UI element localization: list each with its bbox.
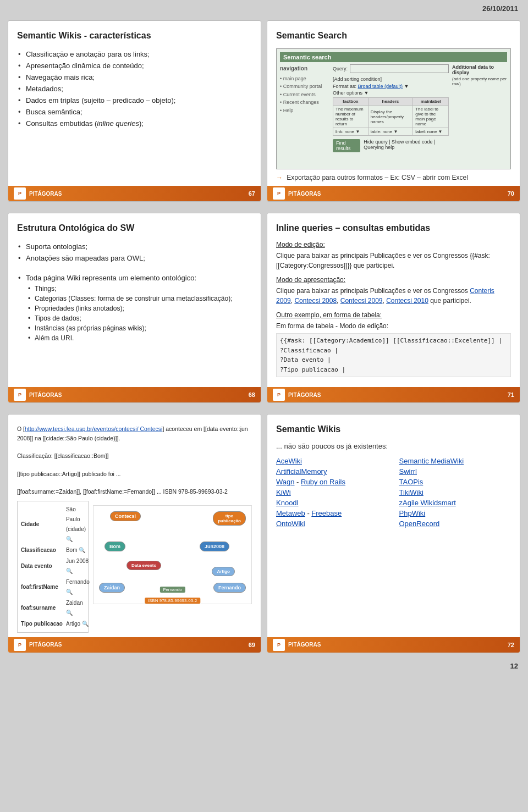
footer-logo: P: [14, 187, 26, 200]
contecsi-line3: [[tipo publicacao::Artigo]] publicado fo…: [17, 469, 252, 478]
bottom-page-number: 12: [0, 659, 528, 673]
ss-additional: Additional data to display (add one prop…: [452, 64, 507, 165]
ss-body: navigation • main page • Community porta…: [280, 64, 507, 165]
slide5-footer: P PITÁGORAS 69: [8, 637, 261, 653]
graph-diagram: Contecsi tipopublicação Bom Jun2008 Data…: [93, 505, 252, 604]
wiki-artificialmemory[interactable]: ArtificialMemory: [276, 466, 388, 477]
code-block: {{#ask: [[Category:Academico]] [[Classif…: [276, 333, 511, 377]
page-header: 26/10/2011: [0, 0, 528, 15]
wiki-acewiki[interactable]: AceWiki: [276, 456, 388, 466]
link-contecsi2010[interactable]: Contecsi 2010: [386, 297, 428, 305]
contecsi-line4: [[foaf:surname:=Zaidan]], [[foaf:firstNa…: [17, 487, 252, 496]
slide1-number: 67: [249, 190, 255, 197]
footer-logo: P: [273, 389, 285, 401]
section1-text: Clique para baixar as principais Publica…: [276, 251, 511, 270]
wiki-zagile[interactable]: zAgile Wikidsmart: [399, 498, 512, 508]
sub-bullet-propriedades: Propriedades (links anotados);: [27, 303, 252, 313]
wiki-ontowiki[interactable]: OntoWiki: [276, 518, 388, 529]
wiki-metaweb[interactable]: Metaweb: [276, 508, 305, 518]
data-table-sidebar: Cidade São Paulo (cidade) 🔍 Classificaca…: [17, 501, 89, 633]
wiki-phpwiki[interactable]: PhpWiki: [399, 508, 512, 518]
inline-section-present: Modo de apresentação: Clique para baixar…: [276, 276, 511, 306]
node-bom: Bom: [105, 542, 125, 551]
header-date: 26/10/2011: [482, 4, 518, 13]
footer-brand: PITÁGORAS: [288, 191, 321, 197]
wikis-right-col: Semantic MediaWiki Swirrl TAOPis TikiWik…: [399, 456, 512, 529]
footer-brand: PITÁGORAS: [29, 392, 62, 398]
ss-query-input[interactable]: [350, 64, 449, 73]
wikis-grid: AceWiki ArtificialMemory Wagn - Ruby on …: [276, 456, 511, 529]
isbn-badge: ISBN 978-85-99693-03-2: [145, 598, 200, 604]
bullet-item: Consultas embutidas (inline queries);: [17, 118, 252, 129]
slide4-number: 71: [508, 391, 514, 398]
section3-text: Em forma de tabela - Modo de edição:: [276, 321, 511, 331]
sub-bullet-categorias: Categorias (Classes: forma de se constru…: [27, 294, 252, 303]
node-jun2008: Jun2008: [200, 542, 229, 551]
slide1-bullets: Classificação e anotação para os links; …: [17, 48, 252, 129]
ss-search-bar: Query:: [333, 64, 449, 73]
slide-semantic-search: Semantic Search Semantic search navigati…: [267, 20, 520, 202]
slide3-title: Estrutura Ontológica do SW: [17, 223, 252, 233]
footer-brand: PITÁGORAS: [29, 642, 62, 648]
bullet-item: Classificação e anotação para os links;: [17, 48, 252, 60]
bullet-item: Navegação mais rica;: [17, 71, 252, 83]
slide6-number: 72: [508, 642, 514, 648]
ss-main: Query: [Add sorting condition] Format as…: [333, 64, 449, 165]
semantic-search-screenshot: Semantic search navigation • main page •…: [276, 48, 511, 169]
contecsi-line2: Classificação: [[classificacao::Bom]]: [17, 451, 252, 460]
footer-logo: P: [273, 639, 285, 651]
bullet-item: Dados em triplas (sujeito – predicado – …: [17, 95, 252, 106]
bullet-pagina-wiki: Toda página Wiki representa um elemento …: [17, 272, 252, 284]
bullet-item: Busca semântica;: [17, 106, 252, 118]
node-artigo: Artigo: [212, 567, 235, 576]
sub-bullet-uri: Além da URI.: [27, 333, 252, 343]
wiki-swirrl[interactable]: Swirrl: [399, 466, 512, 477]
slide4-footer: P PITÁGORAS 71: [267, 387, 520, 402]
section2-text: Clique para baixar as principais Publica…: [276, 286, 511, 306]
wiki-wagn-line: Wagn - Ruby on Rails: [276, 477, 388, 487]
wiki-tikiwiki[interactable]: TikiWiki: [399, 487, 512, 498]
bullet-anotacoes: Anotações são mapeadas para OWL;: [17, 252, 252, 264]
wiki-ruby-on-rails[interactable]: Ruby on Rails: [301, 477, 345, 487]
contecsi-url[interactable]: http://www.tecsi.fea.usp.br/eventos/cont…: [25, 426, 162, 432]
mode-edit-label: Modo de edição:: [276, 241, 511, 248]
slide-inline-queries: Inline queries – consultas embutidas Mod…: [267, 213, 520, 403]
ss-results-table: factbox headers mainlabel The maximum nu…: [333, 97, 449, 136]
slide4-title: Inline queries – consultas embutidas: [276, 223, 511, 233]
wiki-freebase[interactable]: Freebase: [311, 508, 342, 518]
find-results-btn[interactable]: Find results: [333, 139, 360, 152]
wiki-wagn[interactable]: Wagn: [276, 477, 294, 487]
sub-bullet-instancias: Instâncias (as próprias páginas wikis);: [27, 323, 252, 333]
slide6-title: Semantic Wikis: [276, 424, 511, 434]
link-contecsi2008[interactable]: Contecsi 2008: [294, 297, 337, 305]
wiki-openrecord[interactable]: OpenRecord: [399, 518, 512, 529]
node-tipo-pub: tipopublicação: [213, 511, 246, 526]
slide5-number: 69: [249, 642, 255, 648]
sub-bullet-tipos: Tipos de dados;: [27, 313, 252, 323]
wikis-left-col: AceWiki ArtificialMemory Wagn - Ruby on …: [276, 456, 388, 529]
ss-sidebar: navigation • main page • Community porta…: [280, 64, 329, 165]
slide3-number: 68: [249, 391, 255, 398]
wiki-taopis[interactable]: TAOPis: [399, 477, 512, 487]
slide1-title: Semantic Wikis - características: [17, 31, 252, 41]
footer-brand: PITÁGORAS: [29, 191, 62, 197]
node-contecsi: Contecsi: [110, 511, 141, 521]
slide3-subbullets: Things; Categorias (Classes: forma de se…: [17, 284, 252, 343]
contecsi-text-block: O [http://www.tecsi.fea.usp.br/eventos/c…: [17, 424, 252, 496]
node-fernando: Fernando: [213, 583, 246, 593]
slide2-title: Semantic Search: [276, 31, 511, 41]
wiki-semantic-mediawiki[interactable]: Semantic MediaWiki: [399, 456, 512, 466]
footer-brand: PITÁGORAS: [288, 642, 321, 648]
bullet-item: Metadados;: [17, 83, 252, 95]
contecsi-line1: O [http://www.tecsi.fea.usp.br/eventos/c…: [17, 424, 252, 443]
inline-section-table: Outro exemplo, em forma de tabela: Em fo…: [276, 311, 511, 377]
slide-contecsi-diagram: O [http://www.tecsi.fea.usp.br/eventos/c…: [8, 414, 261, 653]
link-contecsi2009[interactable]: Contecsi 2009: [340, 297, 383, 305]
slide6-subtitle: ... não são poucos os já existentes:: [276, 442, 511, 450]
inline-section-edit: Modo de edição: Clique para baixar as pr…: [276, 241, 511, 270]
export-text: → Exportação para outros formatos – Ex: …: [276, 174, 511, 181]
wiki-kiwi[interactable]: KiWi: [276, 487, 388, 498]
wiki-metaweb-line: Metaweb - Freebase: [276, 508, 388, 518]
wiki-knoodl[interactable]: Knoodl: [276, 498, 388, 508]
diagram-container: Cidade São Paulo (cidade) 🔍 Classificaca…: [17, 501, 252, 633]
